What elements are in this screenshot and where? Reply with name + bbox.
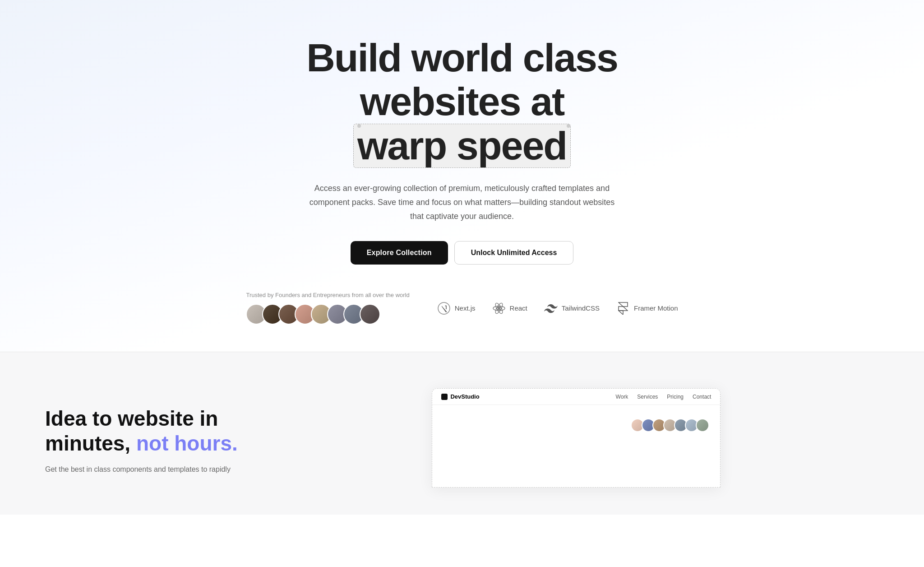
logo-icon	[441, 394, 448, 400]
nav-services: Services	[637, 394, 658, 400]
second-title-prefix: minutes,	[45, 432, 136, 455]
tech-react: React	[492, 301, 527, 316]
hero-buttons: Explore Collection Unlock Unlimited Acce…	[351, 241, 574, 265]
browser-content	[432, 405, 720, 477]
tailwind-label: TailwindCSS	[562, 304, 600, 312]
hero-title-line2: websites at warp speed	[259, 80, 665, 168]
tech-tailwind: TailwindCSS	[544, 301, 600, 316]
hero-title-highlight: warp speed	[353, 124, 571, 168]
hero-subtitle: Access an ever-growing collection of pre…	[309, 181, 615, 223]
browser-logo: DevStudio	[441, 393, 479, 400]
browser-brand: DevStudio	[450, 393, 479, 400]
framer-icon	[616, 301, 630, 316]
unlock-access-button[interactable]: Unlock Unlimited Access	[454, 241, 574, 265]
second-title-accent: not hours.	[136, 432, 238, 455]
avatar-group	[246, 304, 380, 325]
browser-nav: Work Services Pricing Contact	[616, 394, 711, 400]
svg-point-0	[438, 302, 450, 314]
second-description: Get the best in class components and tem…	[45, 464, 238, 475]
nextjs-label: Next.js	[455, 304, 476, 312]
small-avatar	[696, 418, 709, 432]
browser-mockup: DevStudio Work Services Pricing Contact	[432, 388, 721, 488]
hero-section: Build world class websites at warp speed…	[0, 0, 924, 352]
tech-nextjs: Next.js	[437, 301, 476, 316]
trust-left: Trusted by Founders and Entrepreneurs fr…	[246, 292, 409, 325]
hero-title: Build world class websites at warp speed	[259, 36, 665, 168]
avatar	[360, 304, 380, 325]
nextjs-icon	[437, 301, 451, 316]
nav-pricing: Pricing	[667, 394, 684, 400]
second-left-content: Idea to website in minutes, not hours. G…	[45, 388, 238, 475]
react-label: React	[510, 304, 527, 312]
second-title-line1: Idea to website in	[45, 407, 218, 430]
trust-text: Trusted by Founders and Entrepreneurs fr…	[246, 292, 409, 298]
second-section: Idea to website in minutes, not hours. G…	[0, 352, 924, 515]
framer-label: Framer Motion	[634, 304, 678, 312]
tech-logos: Next.js React	[437, 301, 678, 316]
browser-bar: DevStudio Work Services Pricing Contact	[432, 389, 720, 405]
second-title: Idea to website in minutes, not hours.	[45, 406, 238, 456]
browser-avatars	[443, 418, 709, 432]
hero-title-prefix: websites at	[360, 79, 564, 124]
nav-work: Work	[616, 394, 628, 400]
explore-collection-button[interactable]: Explore Collection	[351, 241, 448, 265]
trust-section: Trusted by Founders and Entrepreneurs fr…	[246, 292, 678, 325]
second-right-content: DevStudio Work Services Pricing Contact	[274, 388, 879, 488]
react-icon	[492, 301, 506, 316]
svg-point-5	[498, 307, 500, 309]
hero-title-line1: Build world class	[259, 36, 665, 80]
nav-contact: Contact	[693, 394, 711, 400]
tailwind-icon	[544, 301, 558, 316]
tech-framer: Framer Motion	[616, 301, 678, 316]
